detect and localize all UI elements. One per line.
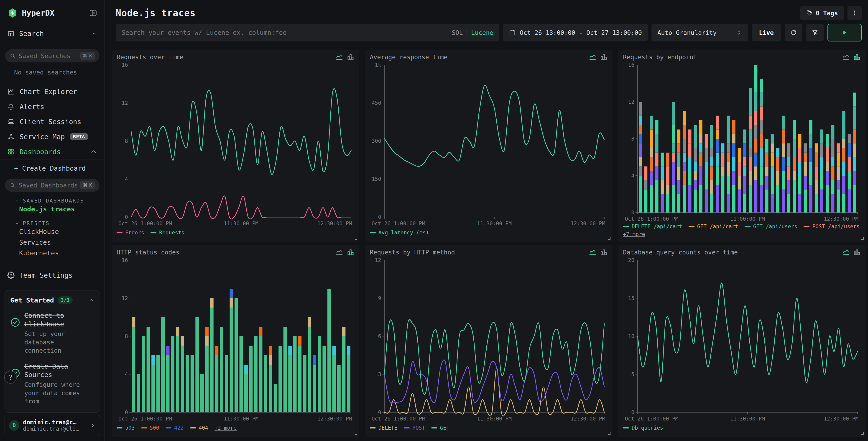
saved-dashboards-input[interactable]: [19, 182, 77, 189]
svg-text:450: 450: [372, 100, 381, 106]
play-icon: [841, 29, 848, 36]
query-language-toggle[interactable]: SQL|Lucene: [452, 29, 493, 36]
line-chart-view-icon[interactable]: [589, 248, 596, 256]
sidebar-item-dashboards[interactable]: Dashboards: [4, 144, 101, 159]
saved-dashboards-searchbox[interactable]: ⌘ K: [5, 179, 99, 192]
svg-text:12:30:00 PM: 12:30:00 PM: [317, 416, 352, 422]
group-header-saved-dashboards[interactable]: SAVED DASHBOARDS: [4, 198, 101, 204]
saved-searches-input[interactable]: [19, 52, 77, 59]
bar-chart-view-icon[interactable]: [853, 53, 861, 61]
chart-panel-requests-over-time: Requests over time 1612840Oct 26 1:00:00…: [112, 50, 359, 242]
sidebar-dashboard-services[interactable]: Services: [4, 237, 101, 247]
get-started-title: Get Started: [10, 296, 54, 304]
shortcut-badge: ⌘ K: [80, 52, 95, 60]
svg-text:Oct 26 1:00:00 PM: Oct 26 1:00:00 PM: [625, 416, 678, 422]
chart-panel-database-query-counts-over-time: Database query counts over time 20151050…: [618, 245, 866, 437]
resize-handle[interactable]: [354, 237, 358, 240]
line-chart-view-icon[interactable]: [336, 248, 343, 256]
mode-sql-label[interactable]: SQL: [452, 29, 463, 36]
help-button[interactable]: ?: [4, 371, 17, 384]
resize-handle[interactable]: [861, 432, 864, 435]
sidebar-dashboard-kubernetes[interactable]: Kubernetes: [4, 247, 101, 258]
page-title: Node.js traces: [116, 8, 195, 18]
svg-text:8: 8: [125, 333, 128, 339]
user-menu[interactable]: D dominic.tran@c… dominic.tran@cli…: [5, 415, 100, 436]
line-chart-view-icon[interactable]: [842, 248, 849, 256]
chart-canvas[interactable]: 20151050Oct 26 1:00:00 PM11:30:00 PM12:3…: [623, 257, 861, 422]
sidebar-item-chart-explorer[interactable]: Chart Explorer: [4, 84, 101, 99]
event-searchbox[interactable]: SQL|Lucene: [116, 24, 499, 41]
refresh-button[interactable]: [785, 24, 802, 41]
sidebar-nav: Chart Explorer Alerts Client Sessions Se…: [4, 84, 101, 159]
no-saved-searches-label: No saved searches: [14, 69, 99, 76]
svg-text:0: 0: [125, 214, 128, 220]
resize-handle[interactable]: [354, 432, 358, 435]
svg-text:12:30:00 PM: 12:30:00 PM: [824, 216, 859, 222]
chart-canvas[interactable]: 1612840Oct 26 1:00:00 PM11:30:00 PM12:30…: [117, 61, 354, 227]
sidebar-item-search[interactable]: Search: [7, 30, 97, 43]
line-chart-view-icon[interactable]: [842, 53, 849, 61]
live-button[interactable]: Live: [752, 24, 781, 41]
sidebar-dashboard-node-js-traces[interactable]: Node.js traces: [4, 204, 101, 214]
legend-item: 422: [165, 425, 184, 431]
svg-text:0: 0: [631, 210, 634, 215]
create-dashboard-button[interactable]: + Create Dashboard: [4, 161, 101, 175]
date-range-button[interactable]: Oct 26 13:00:00 - Oct 27 13:00:00: [503, 24, 648, 41]
sidebar-dashboard-clickhouse[interactable]: ClickHouse: [4, 226, 101, 237]
tags-button[interactable]: 0 Tags: [800, 6, 844, 20]
nav-label: Service Map: [20, 133, 65, 141]
nav-label: Client Sessions: [20, 118, 81, 126]
bar-chart-view-icon[interactable]: [347, 248, 354, 256]
svg-text:12:30:00 PM: 12:30:00 PM: [317, 220, 352, 227]
legend-more-link[interactable]: +7 more: [623, 231, 645, 237]
sidebar-item-service-map[interactable]: Service MapBETA: [4, 129, 101, 144]
legend-item: Errors: [117, 230, 144, 236]
dashboard-groups: SAVED DASHBOARDSNode.js tracesPRESETSCli…: [4, 192, 101, 258]
legend-more-link[interactable]: +2 more: [215, 425, 237, 431]
get-started-item-connect-to-clickhouse[interactable]: Connect to ClickHouse Set up your databa…: [10, 312, 94, 355]
saved-searches-searchbox[interactable]: ⌘ K: [5, 49, 99, 62]
sidebar-collapse-icon[interactable]: [89, 9, 97, 17]
bar-chart-view-icon[interactable]: [600, 53, 608, 61]
sidebar-item-client-sessions[interactable]: Client Sessions: [4, 114, 101, 129]
bar-chart-view-icon[interactable]: [347, 53, 354, 61]
legend-item: 500: [141, 425, 159, 431]
resize-handle[interactable]: [861, 237, 864, 240]
svg-text:Oct 26 1:00:00 PM: Oct 26 1:00:00 PM: [372, 220, 425, 227]
resize-handle[interactable]: [608, 237, 611, 240]
filter-button[interactable]: [806, 24, 824, 41]
svg-text:9: 9: [378, 295, 381, 301]
line-chart-view-icon[interactable]: [589, 53, 596, 61]
svg-text:6: 6: [378, 333, 381, 339]
chart-canvas[interactable]: 1612840Oct 26 1:00:00 PM11:00:00 PM12:30…: [623, 61, 861, 223]
chart-canvas[interactable]: 1612840Oct 26 1:00:00 PM11:00:00 PM12:30…: [117, 257, 354, 422]
event-search-input[interactable]: [122, 29, 448, 36]
get-started-item-desc: Set up your database connection: [24, 330, 94, 355]
chart-legend: Avg latency (ms): [370, 228, 608, 237]
get-started-item-title: Create Data Sources: [24, 362, 94, 379]
resize-handle[interactable]: [608, 432, 611, 435]
svg-text:11:30:00 PM: 11:30:00 PM: [477, 416, 512, 422]
nav-label: Chart Explorer: [20, 88, 77, 96]
dashboard-menu-button[interactable]: [847, 6, 862, 20]
line-chart-view-icon[interactable]: [336, 53, 343, 61]
chevron-up-icon[interactable]: [91, 31, 97, 37]
sidebar-item-alerts[interactable]: Alerts: [4, 99, 101, 114]
svg-text:Oct 26 1:00:00 PM: Oct 26 1:00:00 PM: [372, 416, 425, 422]
granularity-select[interactable]: Auto Granularity: [651, 24, 748, 41]
group-header-presets[interactable]: PRESETS: [4, 220, 101, 226]
charts-grid: Requests over time 1612840Oct 26 1:00:00…: [112, 50, 866, 441]
chart-canvas[interactable]: 129630Oct 26 1:00:00 PM11:30:00 PM12:30:…: [370, 257, 608, 422]
chevron-up-icon[interactable]: [88, 297, 94, 303]
legend-item: GET /api/users: [745, 224, 798, 229]
mode-lucene-label[interactable]: Lucene: [471, 29, 493, 36]
chart-title: Requests by HTTP method: [370, 249, 455, 256]
get-started-item-create-data-sources[interactable]: Create Data Sources Configure where your…: [10, 362, 94, 406]
run-query-button[interactable]: [828, 24, 862, 41]
sidebar-item-team-settings[interactable]: Team Settings: [4, 268, 101, 282]
user-email: dominic.tran@cli…: [23, 426, 86, 432]
bar-chart-view-icon[interactable]: [853, 248, 861, 256]
svg-text:16: 16: [122, 257, 128, 263]
chart-canvas[interactable]: 1k4503001500Oct 26 1:00:00 PM11:30:00 PM…: [370, 61, 608, 227]
bar-chart-view-icon[interactable]: [600, 248, 608, 256]
